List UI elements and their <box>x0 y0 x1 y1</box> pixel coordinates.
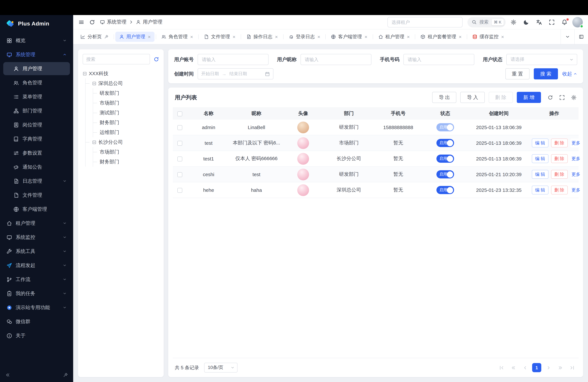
status-toggle[interactable]: 启用 <box>436 186 454 194</box>
status-toggle[interactable]: 启用 <box>436 155 454 163</box>
refresh-icon[interactable] <box>89 19 95 25</box>
close-icon[interactable]: × <box>232 34 235 40</box>
delete-row-button[interactable]: 删 除 <box>551 154 568 163</box>
sidebar-item-16[interactable]: 流程发起 <box>3 259 70 272</box>
page-first-icon[interactable] <box>497 363 506 372</box>
sidebar-item-5[interactable]: 部门管理 <box>3 104 70 117</box>
more-row-button[interactable]: 更多 <box>570 170 582 179</box>
edit-row-button[interactable]: 编 辑 <box>532 154 548 163</box>
tab-2[interactable]: 角色管理× <box>158 32 197 42</box>
tree-node[interactable]: 长沙分公司 <box>90 137 159 147</box>
tree-node[interactable]: 研发部门 <box>98 88 159 98</box>
tab-6[interactable]: 客户端管理× <box>327 32 371 42</box>
status-toggle[interactable]: 启用 <box>436 170 454 178</box>
sidebar-item-1[interactable]: 系统管理 <box>3 48 70 61</box>
sidebar-item-18[interactable]: 我的任务 <box>3 287 70 300</box>
tree-collapse-icon[interactable] <box>92 81 96 85</box>
sidebar-item-7[interactable]: 字典管理 <box>3 132 70 146</box>
moon-icon[interactable] <box>523 19 529 25</box>
filter-input-2[interactable] <box>403 54 474 65</box>
sidebar-item-6[interactable]: 岗位管理 <box>3 118 70 131</box>
tree-search-input[interactable] <box>83 54 150 64</box>
collapse-sidebar-icon[interactable] <box>5 372 10 377</box>
row-checkbox[interactable] <box>177 188 182 193</box>
refresh-icon[interactable] <box>547 95 553 100</box>
menu-icon[interactable] <box>78 19 84 25</box>
edit-row-button[interactable]: 编 辑 <box>532 139 548 147</box>
more-row-button[interactable]: 更多 <box>570 186 582 194</box>
row-checkbox[interactable] <box>177 172 182 177</box>
tab-7[interactable]: 租户管理× <box>374 32 414 42</box>
tenant-select-input[interactable] <box>387 17 462 27</box>
gear-icon[interactable] <box>511 19 516 25</box>
more-row-button[interactable]: 更多 <box>570 139 582 147</box>
sidebar-item-13[interactable]: 租户管理 <box>3 217 70 230</box>
row-checkbox[interactable] <box>177 125 182 130</box>
sidebar-item-0[interactable]: 概览 <box>3 34 70 47</box>
sidebar-item-3[interactable]: 角色管理 <box>3 76 70 89</box>
tree-node[interactable]: 运维部门 <box>98 127 159 137</box>
edit-row-button[interactable]: 编 辑 <box>532 186 548 194</box>
page-size-select[interactable]: 10条/页 <box>204 363 237 373</box>
sidebar-item-15[interactable]: 系统工具 <box>3 245 70 258</box>
breadcrumb-item[interactable]: 系统管理 <box>100 19 126 25</box>
delete-row-button[interactable]: 删 除 <box>551 170 568 179</box>
delete-row-button[interactable]: 删 除 <box>551 186 568 194</box>
status-toggle[interactable]: 启用 <box>436 123 454 131</box>
sidebar-item-9[interactable]: 通知公告 <box>3 160 70 173</box>
tree-node[interactable]: 市场部门 <box>98 147 159 157</box>
export-button[interactable]: 导 出 <box>432 92 457 103</box>
close-icon[interactable]: × <box>275 34 278 40</box>
collapse-filters-link[interactable]: 收起 <box>562 71 577 77</box>
bell-icon[interactable] <box>562 19 567 25</box>
double-chevron-left-icon[interactable] <box>509 363 518 372</box>
sidebar-item-19[interactable]: 演示站专用功能 <box>3 301 70 314</box>
sidebar-item-20[interactable]: 微信群 <box>3 315 70 328</box>
select-all-checkbox[interactable] <box>177 111 182 116</box>
row-checkbox[interactable] <box>177 157 182 162</box>
tab-9[interactable]: 缓存监控× <box>468 32 508 42</box>
tab-list-dropdown-icon[interactable] <box>561 29 574 44</box>
user-avatar[interactable] <box>572 17 583 27</box>
tree-collapse-icon[interactable] <box>83 71 87 76</box>
tree-node[interactable]: 深圳总公司 <box>90 78 159 88</box>
sidebar-item-4[interactable]: 菜单管理 <box>3 90 70 103</box>
sidebar-item-10[interactable]: 日志管理 <box>3 174 70 188</box>
tree-node[interactable]: 市场部门 <box>98 98 159 108</box>
delete-button[interactable]: 删 除 <box>488 92 513 103</box>
global-search[interactable]: 搜索 ⌘ K <box>467 17 506 27</box>
tree-node[interactable]: 财务部门 <box>98 118 159 127</box>
fullscreen-icon[interactable] <box>559 95 565 100</box>
delete-row-button[interactable]: 删 除 <box>551 139 568 147</box>
filter-input-1[interactable] <box>300 54 371 65</box>
double-chevron-right-icon[interactable] <box>556 363 565 372</box>
tree-collapse-icon[interactable] <box>92 140 96 144</box>
tree-refresh-icon[interactable] <box>153 56 159 62</box>
sidebar-item-21[interactable]: 关于 <box>3 329 70 342</box>
chevron-right-icon[interactable] <box>544 363 553 372</box>
sidebar-item-2[interactable]: 用户管理 <box>3 62 70 75</box>
search-button[interactable]: 搜 索 <box>534 68 558 79</box>
gear-icon[interactable] <box>571 95 577 100</box>
chevron-left-icon[interactable] <box>520 363 529 372</box>
filter-input-0[interactable] <box>198 54 269 65</box>
close-icon[interactable]: × <box>501 34 504 40</box>
add-button[interactable]: 新 增 <box>517 92 541 103</box>
reset-button[interactable]: 重 置 <box>505 68 529 79</box>
sidebar-item-11[interactable]: 文件管理 <box>3 189 70 202</box>
status-toggle[interactable]: 启用 <box>436 139 454 147</box>
tab-1[interactable]: 用户管理× <box>115 32 155 42</box>
tree-node[interactable]: XXX科技 <box>83 69 159 78</box>
tab-8[interactable]: 租户套餐管理× <box>417 32 466 42</box>
pin-sidebar-icon[interactable] <box>63 372 68 377</box>
sidebar-item-12[interactable]: 客户端管理 <box>3 203 70 216</box>
date-range-picker[interactable]: 开始日期 → 结束日期 <box>198 68 273 79</box>
translate-icon[interactable] <box>536 19 542 25</box>
tab-3[interactable]: 文件管理× <box>200 32 239 42</box>
import-button[interactable]: 导 入 <box>461 92 485 103</box>
tab-layout-icon[interactable] <box>574 29 588 44</box>
close-icon[interactable]: × <box>365 34 368 40</box>
row-checkbox[interactable] <box>177 141 182 146</box>
sidebar-item-17[interactable]: 工作流 <box>3 273 70 286</box>
close-icon[interactable]: × <box>317 34 320 40</box>
